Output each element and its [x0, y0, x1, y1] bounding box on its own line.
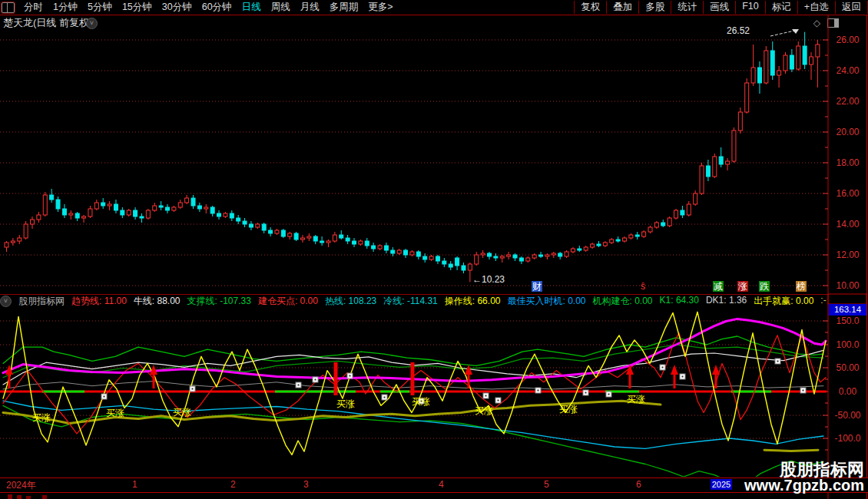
indicator-item: DK1: 1.36	[706, 296, 747, 307]
indicator-item: :-114.31	[820, 296, 827, 307]
time-axis-month-5: 5	[544, 479, 549, 490]
indicator-axis-label--50.00: -50.00	[830, 410, 865, 421]
time-axis-month-2: 2	[230, 479, 236, 490]
indicator-item: 机构建仓: 0.00	[593, 296, 653, 307]
price-axis-label-24.00: 24.00	[830, 65, 865, 76]
indicator-item: 操作线: 66.00	[445, 296, 501, 307]
buy-signal-label: 买涨	[173, 406, 191, 419]
buy-signal-label: 买涨	[412, 395, 430, 408]
indicator-axis-label-150.0: 150.0	[830, 316, 865, 326]
high-price-annotation: 26.52	[727, 25, 750, 36]
indicator-header: ˅ 股朋指标网 趋势线: 11.00牛线: 88.00支撑线: -107.33建…	[0, 296, 827, 307]
indicator-item: 热线: 108.23	[325, 296, 376, 307]
time-axis-year-label: 2024年	[6, 479, 36, 492]
indicator-item: 出手就赢: 0.00	[754, 296, 813, 307]
indicator-item: 建仓买点: 0.00	[258, 296, 318, 307]
buy-signal-label: 买涨	[32, 411, 51, 425]
event-badge-ŝ: ŝ	[640, 281, 646, 292]
price-axis-label-10.00: 10.00	[830, 280, 865, 291]
time-axis-month-3: 3	[303, 479, 309, 490]
low-price-annotation: ←10.23	[472, 274, 505, 285]
buy-signal-label: 买涨	[336, 398, 355, 411]
time-axis[interactable]	[0, 478, 868, 493]
collapse-chevron-icon[interactable]: ˅	[0, 296, 12, 307]
buy-signal-label: 买涨	[106, 407, 124, 420]
indicator-axis-label--100.0: -100.0	[830, 433, 865, 444]
indicator-series-green-upper-band	[3, 336, 823, 365]
watermark-url: www.7gpzb.com	[744, 477, 864, 494]
price-axis-label-20.00: 20.00	[830, 127, 865, 137]
indicator-series-olive-thick-right	[764, 450, 818, 451]
buy-signal-label: 买涨	[475, 405, 493, 418]
time-axis-month-4: 4	[439, 479, 444, 490]
price-axis-label-18.00: 18.00	[830, 157, 865, 168]
indicator-site-label: 股朋指标网	[18, 296, 65, 307]
time-axis-month-1: 1	[132, 479, 137, 490]
indicator-last-value-box: 163.14	[829, 304, 866, 316]
event-badge-减: 减	[713, 281, 724, 292]
price-axis-label-14.00: 14.00	[830, 219, 865, 230]
event-badge-榜: 榜	[796, 281, 807, 292]
event-badge-涨: 涨	[737, 281, 748, 292]
buy-signal-label: 买涨	[559, 403, 578, 416]
indicator-item: 冷线: -114.31	[383, 296, 437, 307]
trading-app-window: 分时1分钟5分钟15分钟30分钟60分钟日线周线月线多周期更多> 复权叠加多股统…	[0, 0, 868, 499]
indicator-item: 牛线: 88.00	[134, 296, 181, 307]
indicator-axis-label-100.0: 100.0	[830, 339, 865, 350]
indicator-item: 趋势线: 11.00	[71, 296, 127, 307]
event-badge-跌: 跌	[759, 281, 770, 292]
indicator-axis-label-0.00: 0.00	[830, 386, 865, 397]
indicator-item: 支撑线: -107.33	[187, 296, 251, 307]
event-badge-财: 财	[532, 281, 542, 292]
indicator-axis-label-50.00: 50.00	[830, 362, 865, 373]
price-axis-label-22.00: 22.00	[830, 96, 865, 107]
buy-signal-label: 买涨	[627, 393, 645, 406]
price-axis-label-26.00: 26.00	[830, 35, 865, 45]
indicator-item: 最佳买入时机: 0.00	[507, 296, 585, 307]
year-2025-box: 2025	[711, 479, 732, 490]
chart-canvas[interactable]	[0, 0, 868, 499]
indicator-item: K1: 64.30	[660, 296, 699, 307]
price-axis-label-12.00: 12.00	[830, 250, 865, 260]
price-axis-label-16.00: 16.00	[830, 188, 865, 199]
indicator-values: 趋势线: 11.00牛线: 88.00支撑线: -107.33建仓买点: 0.0…	[71, 296, 827, 307]
time-axis-month-6: 6	[636, 479, 641, 490]
